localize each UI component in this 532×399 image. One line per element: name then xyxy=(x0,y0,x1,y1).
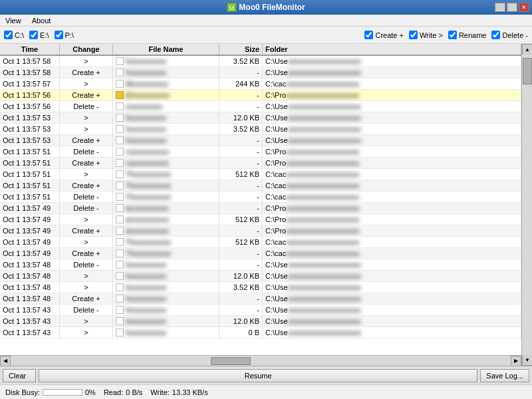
save-log-button[interactable]: Save Log... xyxy=(480,369,529,382)
cell-size: - xyxy=(219,135,263,146)
maximize-button[interactable]: □ xyxy=(507,3,517,12)
table-row: Oct 1 13:57 51Delete -ruxxxxxxxxxx-C:\Pr… xyxy=(0,146,521,158)
v-scroll-track[interactable] xyxy=(522,55,532,355)
v-scrollbar: ▲ ▼ xyxy=(521,44,532,366)
table-row: Oct 1 13:57 58>hxxxxxxxxxx3.52 KBC:\Usex… xyxy=(0,56,521,67)
cell-size: - xyxy=(219,90,263,100)
cell-size: - xyxy=(219,293,263,304)
title-center: M Moo0 FileMonitor xyxy=(227,3,305,12)
cell-file: ruxxxxxxxxxx xyxy=(113,146,219,157)
file-name-text: arxxxxxxxxxx xyxy=(126,215,169,223)
cell-change: Delete - xyxy=(60,192,113,202)
cell-folder: C:\cacxxxxxxxxxxxxxxxxxxxx xyxy=(263,180,521,191)
cell-file: hxxxxxxxxxx xyxy=(113,305,219,315)
file-name-text: xxxxxxxxxx xyxy=(126,102,162,110)
table-row: Oct 1 13:57 51Delete -Thxxxxxxxxxx-C:\ca… xyxy=(0,192,521,203)
cell-folder: C:\Proxxxxxxxxxxxxxxxxxxxx xyxy=(263,225,521,236)
v-scroll-down-arrow[interactable]: ▼ xyxy=(522,355,532,366)
cell-change: Create + xyxy=(60,90,113,100)
cell-file: hxxxxxxxxxx xyxy=(113,271,219,281)
table-row: Oct 1 13:57 48Delete -hxxxxxxxxxx-C:\Use… xyxy=(0,259,521,271)
file-name-text: hxxxxxxxxxx xyxy=(126,317,166,325)
cell-file: Thxxxxxxxxxx xyxy=(113,237,219,247)
close-button[interactable]: ✕ xyxy=(519,3,529,12)
cell-change: Create + xyxy=(60,248,113,259)
disk-busy-value: 0% xyxy=(85,388,96,396)
h-scrollbar: ◀ ▶ xyxy=(0,355,521,366)
v-scroll-up-arrow[interactable]: ▲ xyxy=(522,44,532,55)
cell-file: Thxxxxxxxxxx xyxy=(113,180,219,191)
table-row: Oct 1 13:57 43>hxxxxxxxxxx0 BC:\Usexxxxx… xyxy=(0,327,521,338)
table-row: Oct 1 13:57 53>hxxxxxxxxxx3.52 KBC:\Usex… xyxy=(0,124,521,135)
cell-change: Create + xyxy=(60,67,113,78)
filter-write-checkbox[interactable] xyxy=(409,31,418,39)
resume-button[interactable]: Resume xyxy=(39,369,477,382)
file-name-text: hxxxxxxxxxx xyxy=(126,329,166,336)
cell-time: Oct 1 13:57 51 xyxy=(0,169,60,180)
table-row: Oct 1 13:57 49>Thxxxxxxxxxx512 KBC:\cacx… xyxy=(0,237,521,248)
col-folder-header: Folder xyxy=(263,44,521,55)
drive-e-checkbox[interactable] xyxy=(29,31,38,39)
file-name-text: hxxxxxxxxxx xyxy=(126,295,166,303)
v-scroll-thumb[interactable] xyxy=(523,58,532,84)
file-icon xyxy=(116,170,124,178)
cell-time: Oct 1 13:57 58 xyxy=(0,67,60,78)
h-scroll-thumb[interactable] xyxy=(211,357,251,365)
file-name-text: hxxxxxxxxxx xyxy=(126,57,166,65)
cell-folder: C:\Usexxxxxxxxxxxxxxxxxxxx xyxy=(263,293,521,304)
file-name-text: ruxxxxxxxxxx xyxy=(126,159,169,167)
file-icon xyxy=(116,114,124,122)
cell-change: Delete - xyxy=(60,146,113,157)
drive-c-filter: C:\ xyxy=(4,31,24,39)
menu-about[interactable]: About xyxy=(29,17,54,25)
drive-p-filter: P:\ xyxy=(55,31,74,39)
filter-create-checkbox[interactable] xyxy=(364,31,373,39)
write-label: Write: xyxy=(150,388,170,396)
file-name-text: hxxxxxxxxxx xyxy=(126,306,166,314)
file-name-text: hxxxxxxxxxx xyxy=(126,272,166,280)
file-icon xyxy=(116,68,124,76)
cell-file: hxxxxxxxxxx xyxy=(113,124,219,134)
menu-bar: View About xyxy=(0,15,532,27)
top-filters: C:\ E:\ P:\ Create + Write > Rename Dele… xyxy=(0,27,532,44)
file-name-text: [Dxxxxxxxxxx xyxy=(126,91,170,99)
cell-change: Create + xyxy=(60,225,113,236)
h-scroll-left-arrow[interactable]: ◀ xyxy=(0,356,11,366)
clear-button[interactable]: Clear xyxy=(3,369,36,382)
h-scroll-right-arrow[interactable]: ▶ xyxy=(511,356,521,366)
file-name-text: hxxxxxxxxxx xyxy=(126,68,166,76)
cell-change: Delete - xyxy=(60,305,113,315)
drive-p-checkbox[interactable] xyxy=(55,31,63,39)
cell-time: Oct 1 13:57 49 xyxy=(0,237,60,247)
menu-view[interactable]: View xyxy=(3,17,24,25)
cell-size: 3.52 KB xyxy=(219,124,263,134)
file-name-text: Thxxxxxxxxxx xyxy=(126,249,171,257)
file-name-text: arxxxxxxxxxx xyxy=(126,227,169,235)
file-icon xyxy=(116,80,124,88)
cell-size: - xyxy=(219,146,263,157)
minimize-button[interactable]: _ xyxy=(495,3,505,12)
file-name-text: hxxxxxxxxxx xyxy=(126,114,166,122)
cell-folder: C:\Usexxxxxxxxxxxxxxxxxxxx xyxy=(263,67,521,78)
file-icon xyxy=(116,148,124,156)
table-body: Oct 1 13:57 58>hxxxxxxxxxx3.52 KBC:\Usex… xyxy=(0,56,521,355)
cell-file: hxxxxxxxxxx xyxy=(113,56,219,66)
cell-time: Oct 1 13:57 53 xyxy=(0,135,60,146)
file-icon xyxy=(116,182,124,190)
cell-folder: C:\Usexxxxxxxxxxxxxxxxxxxx xyxy=(263,135,521,146)
cell-folder: C:\cacxxxxxxxxxxxxxxxxxxxx xyxy=(263,169,521,180)
cell-folder: C:\Usexxxxxxxxxxxxxxxxxxxx xyxy=(263,112,521,123)
drive-c-checkbox[interactable] xyxy=(4,31,13,39)
file-name-text: arxxxxxxxxxx xyxy=(126,204,169,212)
table-row: Oct 1 13:57 56Create +[Dxxxxxxxxxx-C:\Pr… xyxy=(0,90,521,101)
filter-delete-checkbox[interactable] xyxy=(491,31,500,39)
cell-time: Oct 1 13:57 51 xyxy=(0,146,60,157)
cell-file: Thxxxxxxxxxx xyxy=(113,192,219,202)
read-label: Read: xyxy=(104,388,123,396)
file-icon xyxy=(116,317,124,325)
cell-time: Oct 1 13:57 53 xyxy=(0,124,60,134)
filter-rename-checkbox[interactable] xyxy=(448,31,457,39)
file-icon xyxy=(116,329,124,336)
cell-change: > xyxy=(60,214,113,225)
h-scroll-track[interactable] xyxy=(11,356,511,366)
